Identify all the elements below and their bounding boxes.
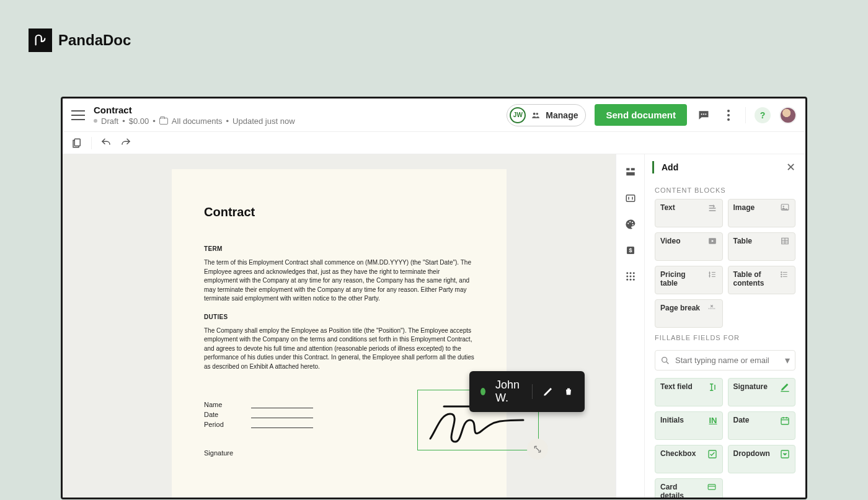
more-button[interactable] <box>720 107 737 123</box>
rail-apps-button[interactable] <box>625 271 636 282</box>
initials-icon: IN <box>709 416 717 436</box>
redo-button[interactable] <box>120 138 131 148</box>
field-signature[interactable]: Signature <box>728 378 796 406</box>
block-image[interactable]: Image <box>728 199 796 227</box>
folder-icon <box>159 118 168 125</box>
form-line <box>251 411 313 418</box>
video-icon <box>707 237 717 257</box>
document-meta: Draft • $0.00 • All documents • Updated … <box>94 116 295 126</box>
help-button[interactable]: ? <box>755 107 771 123</box>
manage-label: Manage <box>546 110 578 120</box>
field-label: Initials <box>660 416 684 436</box>
toolbar <box>63 132 805 154</box>
image-icon <box>780 203 790 223</box>
svg-point-13 <box>627 222 629 224</box>
title-block: Contract Draft • $0.00 • All documents •… <box>94 105 295 126</box>
svg-text:$: $ <box>629 247 632 253</box>
svg-point-35 <box>662 357 667 362</box>
assignee-name[interactable]: John W. <box>495 379 522 405</box>
block-label: Table of contents <box>733 270 777 290</box>
field-text[interactable]: Text field <box>655 378 723 406</box>
field-dropdown[interactable]: Dropdown <box>728 445 796 473</box>
svg-point-4 <box>705 113 706 115</box>
svg-point-7 <box>727 118 730 121</box>
recipient-search-input[interactable] <box>675 356 780 365</box>
block-label: Pricing table <box>660 270 698 290</box>
pages-button[interactable] <box>71 138 82 149</box>
send-document-button[interactable]: Send document <box>595 104 687 126</box>
field-label: Dropdown <box>733 449 770 469</box>
field-date[interactable]: Date <box>728 411 796 440</box>
recipient-search[interactable]: ▾ <box>655 350 795 371</box>
signature-icon <box>780 382 790 402</box>
form-label-name: Name <box>204 401 240 408</box>
svg-rect-10 <box>631 168 634 170</box>
svg-point-19 <box>626 272 628 274</box>
manage-button[interactable]: JW Manage <box>507 104 586 126</box>
user-avatar[interactable] <box>779 107 797 124</box>
svg-point-1 <box>536 112 539 115</box>
workspace: Contract TERM The term of this Employmen… <box>63 154 805 498</box>
section-body-term: The term of this Employment Contract sha… <box>204 258 474 304</box>
svg-point-29 <box>783 206 784 207</box>
block-pricing-table[interactable]: Pricing table <box>655 266 723 294</box>
block-label: Table <box>733 237 752 257</box>
text-icon <box>707 203 717 223</box>
field-card-details[interactable]: Card details <box>655 478 723 498</box>
svg-point-2 <box>701 113 702 115</box>
svg-point-33 <box>781 274 782 274</box>
svg-rect-36 <box>781 418 789 424</box>
block-toc[interactable]: Table of contents <box>728 266 796 294</box>
app-window: Contract Draft • $0.00 • All documents •… <box>61 97 807 499</box>
block-page-break[interactable]: Page break <box>655 299 723 328</box>
svg-point-24 <box>632 276 634 278</box>
edit-button[interactable] <box>542 386 554 397</box>
svg-point-15 <box>631 222 632 223</box>
svg-point-26 <box>629 279 631 281</box>
block-video[interactable]: Video <box>655 232 723 261</box>
block-label: Page break <box>660 304 700 323</box>
svg-rect-39 <box>708 485 715 489</box>
svg-point-23 <box>629 276 631 278</box>
svg-rect-9 <box>626 168 629 170</box>
svg-point-25 <box>626 279 628 281</box>
document-page: Contract TERM The term of this Employmen… <box>172 169 507 498</box>
field-label: Checkbox <box>660 449 696 469</box>
svg-point-20 <box>629 272 631 274</box>
form-label-date: Date <box>204 411 240 418</box>
chevron-down-icon[interactable]: ▾ <box>785 354 790 366</box>
section-body-duties: The Company shall employ the Employee as… <box>204 327 474 372</box>
svg-rect-11 <box>626 172 635 175</box>
people-icon <box>531 111 541 120</box>
svg-point-16 <box>632 224 633 226</box>
table-icon <box>780 237 790 257</box>
rail-blocks-button[interactable] <box>625 167 636 178</box>
undo-button[interactable] <box>100 138 112 148</box>
panel-close-button[interactable]: ✕ <box>786 160 795 174</box>
rail-variables-button[interactable] <box>625 193 636 204</box>
svg-point-21 <box>632 272 634 274</box>
field-checkbox[interactable]: Checkbox <box>655 445 723 473</box>
svg-point-5 <box>727 110 730 112</box>
panel-title: Add <box>662 162 678 172</box>
content-blocks-label: CONTENT BLOCKS <box>645 180 805 199</box>
canvas[interactable]: Contract TERM The term of this Employmen… <box>63 154 616 498</box>
rail-pricing-button[interactable]: $ <box>625 245 636 256</box>
document-title: Contract <box>94 105 295 115</box>
menu-button[interactable] <box>71 110 85 120</box>
location-text[interactable]: All documents <box>172 116 223 126</box>
resize-handle[interactable] <box>527 439 548 460</box>
comments-button[interactable] <box>696 107 712 123</box>
page-title: Contract <box>204 205 474 219</box>
block-table[interactable]: Table <box>728 232 796 261</box>
delete-button[interactable] <box>564 386 574 397</box>
block-label: Text <box>660 203 675 223</box>
svg-rect-8 <box>74 139 80 146</box>
block-text[interactable]: Text <box>655 199 723 227</box>
field-label: Text field <box>660 382 693 402</box>
field-initials[interactable]: Initials IN <box>655 411 723 440</box>
svg-point-3 <box>703 113 704 115</box>
brand-logo: PandaDoc <box>29 29 131 52</box>
add-panel: Add ✕ CONTENT BLOCKS Text Image Video <box>644 154 805 498</box>
rail-design-button[interactable] <box>625 219 636 230</box>
